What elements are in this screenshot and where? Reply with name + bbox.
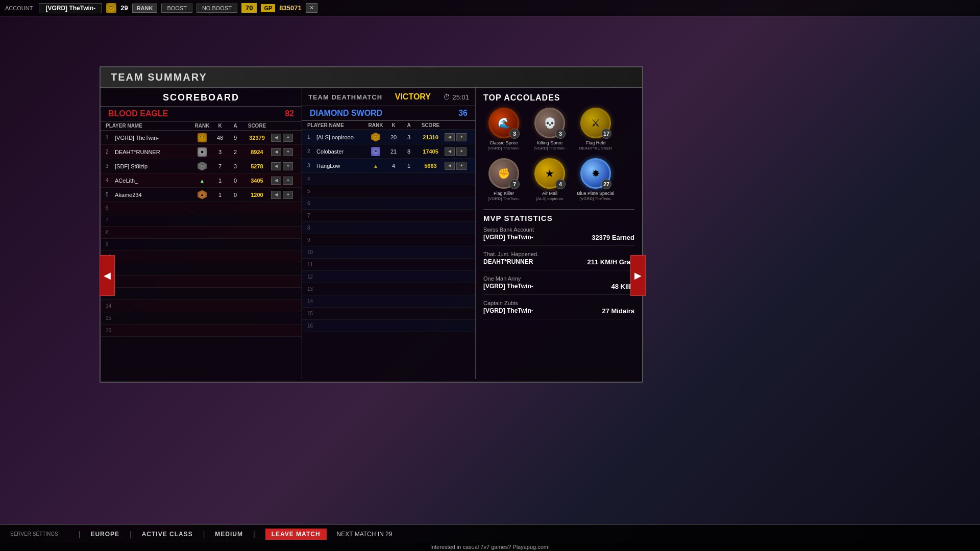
accolades-title: TOP ACCOLADES [483,93,634,103]
accolades-row-2: ✊ 7 Flag Killer [VGRD] TheTwin- ★ 4 Air … [483,158,634,201]
table-row: 1 [ALS] oopirooo ▽ 20 3 21310 ◀ ✦ [302,130,475,144]
mute-button[interactable]: ◀ [445,147,455,156]
rank-icon: ◆ [198,147,207,157]
add-friend-button[interactable]: ✦ [456,162,467,170]
match-result: VICTORY [395,92,431,102]
mute-button[interactable]: ◀ [445,133,455,141]
empty-row: 5 [302,185,475,197]
no-boost-label: NO BOOST [197,4,237,13]
mute-button[interactable]: ◀ [271,177,281,185]
scoreboard-title: SCOREBOARD [101,88,302,107]
table-row: 1 [VGRD] TheTwin- 🛡 48 9 32379 ◀ ✦ [101,131,302,145]
red-col-headers: PLAYER NAME RANK K A SCORE [101,121,302,131]
empty-row: 16 [302,320,475,332]
gp-label: GP [261,4,275,12]
empty-row: 11 [101,263,302,276]
col-k-label: K [212,123,228,129]
scroll-left-button[interactable]: ◀ [100,255,115,296]
empty-row: 8 [101,227,302,239]
accolade-flag-held: ⚔ 17 Flag Held DEAHT*RUNNER [575,108,616,151]
match-info-bar: TEAM DEATHMATCH VICTORY ⏱ 25:01 [302,88,475,106]
mute-button[interactable]: ◀ [271,162,281,170]
add-friend-button[interactable]: ✦ [283,162,293,170]
table-row: 2 DEAHT*RUNNER ◆ 3 2 8924 ◀ ✦ [101,145,302,159]
classic-spree-medal: 🌊 3 [488,108,519,138]
col-a-label: A [228,123,243,129]
col-actions [445,122,470,128]
col-k-label: K [386,122,401,128]
blue-team-header: DIAMOND SWORD 36 [302,106,475,121]
empty-row: 13 [302,283,475,295]
table-row: 3 HangLow ▲ 4 1 5663 ◀ ✦ [302,159,475,173]
mute-button[interactable]: ◀ [271,148,281,156]
empty-row: 16 [101,324,302,337]
add-friend-button[interactable]: ✦ [456,147,467,156]
active-class-label[interactable]: ACTIVE CLASS [142,531,193,538]
empty-row: 14 [302,295,475,308]
rank-shield-icon: 🛡 [106,3,116,13]
add-friend-button[interactable]: ✦ [456,133,467,141]
middle-section: TEAM DEATHMATCH VICTORY ⏱ 25:01 DIAMOND … [302,88,476,379]
empty-row: 4 [302,173,475,185]
player-name-display: [VGRD] TheTwin- [39,3,102,13]
empty-row: 6 [302,197,475,210]
scoreboard-section: SCOREBOARD BLOOD EAGLE 82 PLAYER NAME RA… [101,88,302,379]
rank-icon: ▲ [198,190,207,199]
add-friend-button[interactable]: ✦ [283,148,293,156]
bottom-bar-main: SERVER SETTINGS | EUROPE | ACTIVE CLASS … [0,525,980,543]
table-row: 3 [SDF] St8lzlp ⬡ 7 3 5278 ◀ ✦ [101,159,302,173]
content-area: SCOREBOARD BLOOD EAGLE 82 PLAYER NAME RA… [101,88,642,379]
match-time-value: 25:01 [452,93,469,101]
rank-icon: ✦ [371,147,380,156]
blue-team-name: DIAMOND SWORD [310,109,382,118]
mute-button[interactable]: ◀ [271,134,281,142]
accolade-classic-spree: 🌊 3 Classic Spree [VGRD] TheTwin- [483,108,524,151]
air-mail-medal: ★ 4 [534,158,565,189]
accolade-killing-spree: 💀 3 Killing Spree [VGRD] TheTwin- [529,108,570,151]
scroll-right-button[interactable]: ▶ [630,255,646,296]
accolades-section: TOP ACCOLADES 🌊 3 Classic Spree [VGRD] T… [476,88,642,379]
rank-icon: 🛡 [198,133,207,142]
mvp-row-swiss: Swiss Bank Account [VGRD] TheTwin- 32379… [483,227,634,246]
empty-row: 10 [302,246,475,259]
mvp-row-that-happened: That. Just. Happened. DEAHT*RUNNER 211 K… [483,251,634,270]
accolade-air-mail: ★ 4 Air Mail [ALS] oopirooo [529,158,570,201]
rank-icon: ▲ [200,178,205,184]
empty-row: 12 [101,276,302,288]
rank-icon: ▽ [371,133,380,142]
panel-header: TEAM SUMMARY [101,67,642,88]
add-friend-button[interactable]: ✦ [283,134,293,142]
accolade-flag-killer: ✊ 7 Flag Killer [VGRD] TheTwin- [483,158,524,201]
red-team-name: BLOOD EAGLE [108,109,168,118]
flag-held-medal: ⚔ 17 [580,108,611,138]
mvp-row-captain-zubis: Captain Zubis [VGRD] TheTwin- 27 Midairs [483,300,634,319]
difficulty-label[interactable]: MEDIUM [215,531,243,538]
leave-match-button[interactable]: LEAVE MATCH [265,529,327,540]
region-label[interactable]: EUROPE [90,531,119,538]
add-friend-button[interactable]: ✦ [283,191,293,199]
account-label: ACCOUNT [5,5,33,11]
blue-plate-medal: ✸ 27 [580,158,611,189]
col-player-label: PLAYER NAME [307,122,365,128]
empty-row: 7 [302,210,475,222]
empty-row: 10 [101,251,302,263]
blue-col-headers: PLAYER NAME RANK K A SCORE [302,121,475,130]
rank-label: RANK [132,4,158,13]
col-a-label: A [401,122,416,128]
bottom-info-text: Interested in casual 7v7 games? Playapug… [430,544,550,550]
empty-row: 15 [302,308,475,320]
col-player-label: PLAYER NAME [106,123,192,129]
mvp-section: MVP STATISTICS Swiss Bank Account [VGRD]… [483,209,634,319]
blue-team-score: 36 [458,109,468,118]
match-type: TEAM DEATHMATCH [308,93,382,101]
mute-button[interactable]: ◀ [271,191,281,199]
add-friend-button[interactable]: ✦ [283,177,293,185]
killing-spree-medal: 💀 3 [534,108,565,138]
empty-row: 8 [302,222,475,234]
mute-button[interactable]: ◀ [445,162,455,170]
close-button[interactable]: ✕ [306,3,317,13]
col-rank-label: RANK [192,123,212,129]
empty-row: 7 [101,214,302,227]
empty-row: 12 [302,271,475,283]
red-team-header: BLOOD EAGLE 82 [101,107,302,121]
